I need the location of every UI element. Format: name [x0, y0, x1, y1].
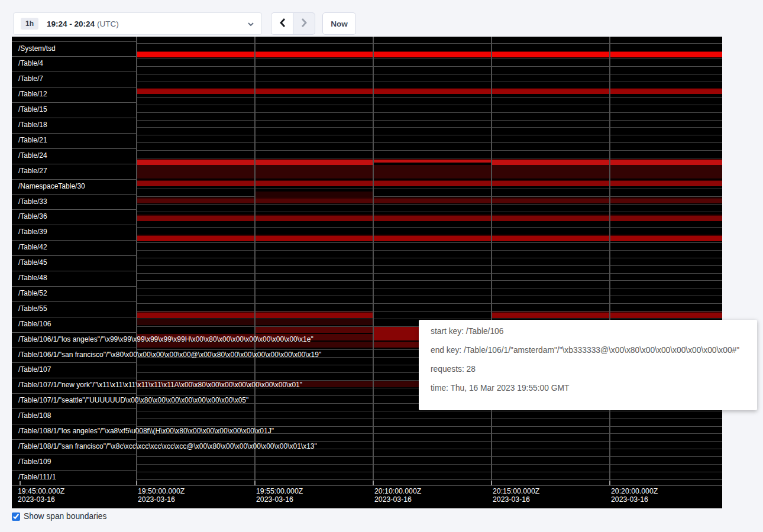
show-span-boundaries-label: Show span boundaries — [24, 512, 106, 521]
axis-time: 19:45:00.000Z — [18, 488, 64, 496]
axis-time: 20:10:00.000Z — [374, 488, 421, 496]
span-boundary-line — [136, 127, 722, 128]
heat-band — [136, 88, 722, 94]
show-span-boundaries-checkbox[interactable] — [12, 512, 20, 521]
axis-tick — [609, 481, 610, 485]
heat-band — [136, 197, 722, 203]
span-boundary-line — [136, 472, 722, 472]
row-label: /Table/18 — [12, 118, 47, 133]
span-boundary-line — [136, 419, 722, 419]
span-boundary-line — [136, 59, 722, 59]
axis-tick — [20, 481, 21, 485]
heat-band — [136, 235, 722, 241]
span-boundary-line — [136, 479, 722, 480]
row-label: /Table/52 — [12, 286, 47, 301]
span-boundary-line — [136, 142, 722, 143]
row-label: /Table/36 — [12, 209, 47, 225]
span-boundary-line — [136, 150, 722, 151]
axis-label: 20:15:00.000Z2023-03-16 — [493, 488, 539, 504]
span-boundary-line — [136, 464, 722, 465]
hover-tooltip: start key: /Table/106 end key: /Table/10… — [419, 320, 757, 410]
row-label: /Table/15 — [12, 102, 47, 118]
row-label: /Table/39 — [12, 225, 47, 240]
span-boundary-line — [136, 82, 722, 82]
row-label: /Table/12 — [12, 87, 47, 102]
span-boundary-line — [136, 196, 722, 197]
previous-range-button[interactable] — [271, 12, 293, 35]
tooltip-time: time: Thu, 16 Mar 2023 19:55:00 GMT — [431, 384, 745, 392]
time-gridline — [491, 37, 492, 485]
heat-band — [136, 51, 722, 57]
span-boundary-line — [136, 112, 722, 113]
range-timezone: (UTC) — [97, 20, 119, 28]
time-gridline — [136, 37, 137, 485]
row-label: /Table/24 — [12, 148, 47, 164]
row-label: /Table/21 — [12, 133, 47, 148]
row-label: /Table/107/1/"seattle"/"UUUUUUD\x00\x80\… — [12, 393, 248, 408]
span-boundary-line — [136, 66, 722, 67]
axis-date: 2023-03-16 — [493, 496, 539, 504]
span-boundary-line — [136, 189, 722, 189]
span-boundary-line — [136, 273, 722, 274]
row-label: /Table/7 — [12, 72, 43, 87]
axis-date: 2023-03-16 — [138, 496, 185, 504]
axis-date: 2023-03-16 — [256, 496, 303, 504]
row-label: /Table/33 — [12, 194, 47, 210]
range-duration-badge: 1h — [21, 18, 38, 30]
axis-label: 19:50:00.000Z2023-03-16 — [138, 488, 185, 504]
axis-tick — [136, 481, 137, 485]
tooltip-requests: requests: 28 — [431, 365, 745, 374]
show-span-boundaries-control[interactable]: Show span boundaries — [12, 512, 106, 521]
axis-label: 20:10:00.000Z2023-03-16 — [374, 488, 421, 504]
span-boundary-line — [136, 258, 722, 258]
axis-date: 2023-03-16 — [374, 496, 421, 504]
axis-time: 20:15:00.000Z — [493, 488, 539, 496]
span-boundary-line — [136, 303, 722, 304]
span-boundary-line — [136, 135, 722, 135]
axis-label: 19:45:00.000Z2023-03-16 — [18, 488, 64, 504]
span-boundary-line — [136, 204, 722, 205]
axis-label: 19:55:00.000Z2023-03-16 — [256, 488, 303, 504]
span-boundary-line — [136, 120, 722, 121]
row-label: /Table/107/1/"new york"/"\x11\x11\x11\x1… — [12, 378, 302, 393]
span-boundary-line — [136, 227, 722, 228]
heat-band — [254, 192, 373, 197]
row-label: /System/tsd — [12, 41, 56, 57]
key-visualizer-canvas[interactable]: /System/tsd/Table/4/Table/7/Table/12/Tab… — [12, 37, 722, 508]
tooltip-end-key: end key: /Table/106/1/"amsterdam"/"\xb33… — [431, 346, 745, 355]
axis-tick — [491, 481, 492, 485]
row-label: /Table/109 — [12, 455, 51, 470]
span-boundary-line — [136, 411, 722, 411]
row-label: /Table/4 — [12, 56, 43, 72]
axis-time: 19:55:00.000Z — [256, 488, 303, 496]
span-boundary-line — [136, 212, 722, 212]
axis-date: 2023-03-16 — [611, 496, 658, 504]
time-gridline — [609, 37, 610, 485]
grid-bottom-line — [12, 485, 722, 486]
row-label: /Table/45 — [12, 255, 47, 271]
span-boundary-line — [136, 105, 722, 105]
time-gridline — [373, 37, 374, 485]
heat-band — [136, 215, 722, 221]
row-label: /Table/48 — [12, 271, 47, 286]
row-label: /Table/55 — [12, 301, 47, 317]
time-range-selector[interactable]: 1h 19:24 - 20:24 (UTC) — [13, 12, 262, 35]
span-boundary-line — [136, 288, 722, 288]
heat-band — [136, 165, 722, 179]
row-label: /Table/106/1/"san francisco"/"\x80\x00\x… — [12, 348, 321, 363]
row-label: /Table/108/1/"los angeles"/"\xa8\xf5\u00… — [12, 424, 274, 439]
span-boundary-line — [136, 74, 722, 74]
row-label: /Table/42 — [12, 240, 47, 255]
range-text: 19:24 - 20:24 — [47, 20, 95, 28]
now-button[interactable]: Now — [322, 12, 356, 35]
chevron-down-icon — [247, 18, 254, 29]
next-range-button[interactable] — [293, 12, 315, 35]
chevron-left-icon — [279, 18, 286, 30]
span-boundary-line — [136, 456, 722, 457]
axis-time: 19:50:00.000Z — [138, 488, 185, 496]
span-boundary-line — [136, 242, 722, 243]
row-label: /Table/108/1/"san francisco"/"\x8c\xcc\x… — [12, 439, 317, 455]
tooltip-start-key: start key: /Table/106 — [431, 327, 745, 336]
row-label: /Table/106 — [12, 317, 51, 332]
row-label: /Table/108 — [12, 408, 51, 424]
